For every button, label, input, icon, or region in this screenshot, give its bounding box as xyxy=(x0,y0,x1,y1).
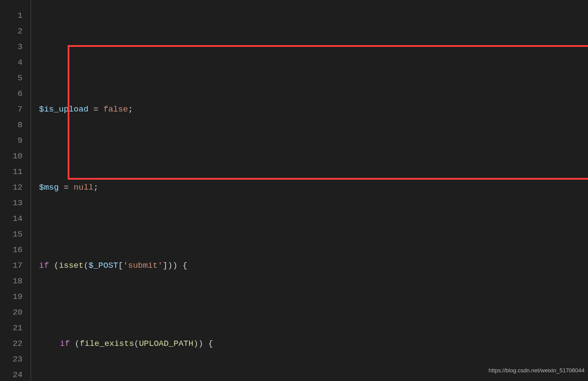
line-number: 3 xyxy=(0,39,23,55)
line-number: 13 xyxy=(0,195,23,211)
code-line: if (file_exists(UPLOAD_PATH)) { xyxy=(39,336,588,351)
line-number: 8 xyxy=(0,117,23,133)
tok-punct: ; xyxy=(93,183,98,192)
tok-bool: false xyxy=(103,105,128,114)
tok-punct: ) xyxy=(198,339,203,348)
tok-fn: isset xyxy=(59,261,84,270)
tok-var: $msg xyxy=(39,183,59,192)
line-number-gutter: 1 2 3 4 5 6 7 8 9 10 11 12 13 14 15 16 1… xyxy=(0,0,30,381)
line-number: 2 xyxy=(0,23,23,39)
line-number: 24 xyxy=(0,367,23,381)
line-number: 18 xyxy=(0,273,23,289)
tok-punct: ; xyxy=(128,105,133,114)
tok-punct: ) xyxy=(168,261,173,270)
tok-fn: file_exists xyxy=(80,339,134,348)
line-number: 22 xyxy=(0,336,23,351)
line-number: 10 xyxy=(0,148,23,164)
tok-punct: ) xyxy=(173,261,177,270)
line-number: 14 xyxy=(0,211,23,227)
tok-str: 'submit' xyxy=(123,261,163,270)
code-line: $is_upload = false; xyxy=(39,102,588,117)
line-number: 7 xyxy=(0,102,23,117)
tok-var: $is_upload xyxy=(39,105,88,114)
line-number: 17 xyxy=(0,258,23,273)
line-number: 16 xyxy=(0,242,23,258)
line-number: 20 xyxy=(0,305,23,320)
watermark: https://blog.csdn.net/weixin_51706044 xyxy=(489,363,585,378)
tok-punct: ( xyxy=(134,339,139,348)
code-line: if (isset($_POST['submit'])) { xyxy=(39,258,588,273)
tok-punct: { xyxy=(177,261,187,270)
tok-punct: ] xyxy=(163,261,167,270)
tok-op: = xyxy=(59,183,74,192)
tok-kw: if xyxy=(39,261,49,270)
tok-punct: ) xyxy=(193,339,198,348)
tok-punct: [ xyxy=(118,261,123,270)
code-editor[interactable]: 1 2 3 4 5 6 7 8 9 10 11 12 13 14 15 16 1… xyxy=(0,0,588,381)
tok-null: null xyxy=(74,183,94,192)
line-number: 5 xyxy=(0,70,23,86)
line-number: 6 xyxy=(0,86,23,102)
line-number: 1 xyxy=(0,8,23,23)
line-number: 9 xyxy=(0,133,23,148)
tok-punct: ( xyxy=(75,339,79,348)
tok-punct: ( xyxy=(54,261,59,270)
line-number: 19 xyxy=(0,289,23,305)
line-number: 21 xyxy=(0,320,23,336)
line-number: 15 xyxy=(0,227,23,242)
tok-const: UPLOAD_PATH xyxy=(139,339,193,348)
line-number: 4 xyxy=(0,55,23,70)
tok-punct: ( xyxy=(84,261,88,270)
line-number: 11 xyxy=(0,164,23,180)
tok-var: $_POST xyxy=(88,261,118,270)
code-area[interactable]: $is_upload = false; $msg = null; if (iss… xyxy=(31,0,588,381)
line-number: 23 xyxy=(0,351,23,367)
tok-kw: if xyxy=(60,339,70,348)
tok-op: = xyxy=(88,105,103,114)
tok-punct: { xyxy=(203,339,213,348)
line-number: 12 xyxy=(0,180,23,195)
code-line: $msg = null; xyxy=(39,180,588,195)
